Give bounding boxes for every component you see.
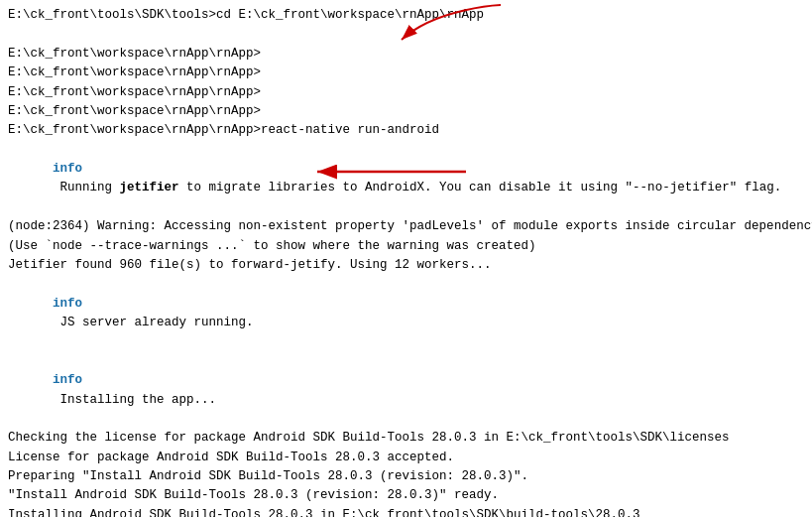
line-5: E:\ck_front\workspace\rnApp\rnApp>	[8, 83, 804, 102]
info-label-2: info	[53, 297, 82, 311]
line-13: info Installing the app...	[8, 352, 804, 430]
line-14: Checking the license for package Android…	[8, 429, 804, 448]
line-12-text: JS server already running.	[53, 316, 254, 329]
line-4: E:\ck_front\workspace\rnApp\rnApp>	[8, 64, 804, 82]
line-13-text: Installing the app...	[53, 393, 216, 407]
line-9: (node:2364) Warning: Accessing non-exist…	[8, 217, 804, 236]
info-label-3: info	[53, 373, 82, 387]
line-10: (Use `node --trace-warnings ...` to show…	[8, 237, 804, 256]
line-8: info Running jetifier to migrate librari…	[8, 141, 804, 218]
info-label-1: info	[53, 162, 82, 176]
line-11: Jetifier found 960 file(s) to forward-je…	[8, 256, 804, 275]
line-3: E:\ck_front\workspace\rnApp\rnApp>	[8, 45, 804, 64]
line-12: info JS server already running.	[8, 275, 804, 352]
line-8-text: Running jetifier to migrate libraries to…	[53, 181, 781, 194]
line-17: "Install Android SDK Build-Tools 28.0.3 …	[8, 486, 804, 505]
line-18: Installing Android SDK Build-Tools 28.0.…	[8, 506, 804, 517]
line-1: E:\ck_front\tools\SDK\tools>cd E:\ck_fro…	[8, 6, 804, 25]
line-15: License for package Android SDK Build-To…	[8, 449, 804, 467]
line-7: E:\ck_front\workspace\rnApp\rnApp>react-…	[8, 121, 804, 140]
terminal-window: E:\ck_front\tools\SDK\tools>cd E:\ck_fro…	[0, 0, 812, 517]
line-2	[8, 25, 804, 44]
line-6: E:\ck_front\workspace\rnApp\rnApp>	[8, 102, 804, 121]
line-16: Preparing "Install Android SDK Build-Too…	[8, 467, 804, 486]
terminal-content: E:\ck_front\tools\SDK\tools>cd E:\ck_fro…	[8, 6, 804, 517]
